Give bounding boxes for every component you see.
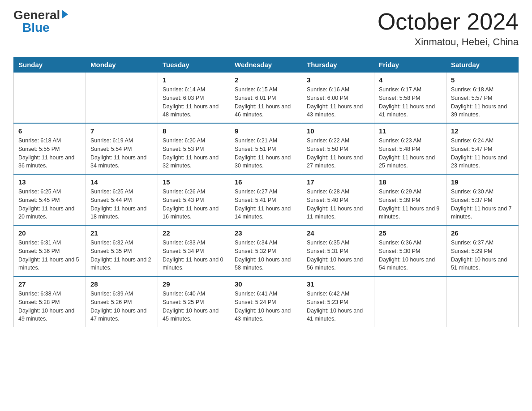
calendar-cell: 31Sunrise: 6:42 AMSunset: 5:23 PMDayligh… bbox=[302, 276, 374, 327]
calendar-cell: 11Sunrise: 6:23 AMSunset: 5:48 PMDayligh… bbox=[374, 123, 446, 174]
day-number: 8 bbox=[163, 127, 225, 135]
day-info: Sunrise: 6:35 AMSunset: 5:31 PMDaylight:… bbox=[307, 239, 369, 272]
day-number: 1 bbox=[163, 76, 225, 84]
day-number: 14 bbox=[90, 178, 153, 186]
day-info: Sunrise: 6:30 AMSunset: 5:37 PMDaylight:… bbox=[451, 188, 514, 221]
calendar-cell: 21Sunrise: 6:32 AMSunset: 5:35 PMDayligh… bbox=[86, 225, 158, 276]
location-title: Xinmatou, Hebei, China bbox=[378, 36, 519, 48]
day-number: 21 bbox=[90, 229, 153, 237]
logo-triangle-icon bbox=[62, 10, 68, 19]
calendar-cell: 19Sunrise: 6:30 AMSunset: 5:37 PMDayligh… bbox=[446, 174, 519, 225]
calendar-cell: 29Sunrise: 6:40 AMSunset: 5:25 PMDayligh… bbox=[158, 276, 230, 327]
day-number: 27 bbox=[18, 280, 81, 288]
day-info: Sunrise: 6:41 AMSunset: 5:24 PMDaylight:… bbox=[235, 290, 297, 323]
day-info: Sunrise: 6:23 AMSunset: 5:48 PMDaylight:… bbox=[379, 137, 442, 170]
day-number: 9 bbox=[235, 127, 297, 135]
day-info: Sunrise: 6:27 AMSunset: 5:41 PMDaylight:… bbox=[235, 188, 297, 221]
calendar-cell: 27Sunrise: 6:38 AMSunset: 5:28 PMDayligh… bbox=[14, 276, 86, 327]
calendar-week-1: 1Sunrise: 6:14 AMSunset: 6:03 PMDaylight… bbox=[14, 73, 519, 124]
day-info: Sunrise: 6:29 AMSunset: 5:39 PMDaylight:… bbox=[379, 188, 442, 221]
day-number: 6 bbox=[18, 127, 81, 135]
calendar-week-4: 20Sunrise: 6:31 AMSunset: 5:36 PMDayligh… bbox=[14, 225, 519, 276]
calendar-cell: 18Sunrise: 6:29 AMSunset: 5:39 PMDayligh… bbox=[374, 174, 446, 225]
day-number: 28 bbox=[90, 280, 153, 288]
day-info: Sunrise: 6:19 AMSunset: 5:54 PMDaylight:… bbox=[90, 137, 153, 170]
day-info: Sunrise: 6:36 AMSunset: 5:30 PMDaylight:… bbox=[379, 239, 442, 272]
day-number: 17 bbox=[307, 178, 369, 186]
day-number: 18 bbox=[379, 178, 442, 186]
calendar-week-3: 13Sunrise: 6:25 AMSunset: 5:45 PMDayligh… bbox=[14, 174, 519, 225]
day-number: 11 bbox=[379, 127, 442, 135]
calendar-cell: 30Sunrise: 6:41 AMSunset: 5:24 PMDayligh… bbox=[230, 276, 302, 327]
calendar-cell: 8Sunrise: 6:20 AMSunset: 5:53 PMDaylight… bbox=[158, 123, 230, 174]
calendar-cell: 6Sunrise: 6:18 AMSunset: 5:55 PMDaylight… bbox=[14, 123, 86, 174]
header-tuesday: Tuesday bbox=[158, 57, 230, 73]
logo-blue-text: Blue bbox=[22, 21, 50, 34]
header-thursday: Thursday bbox=[302, 57, 374, 73]
calendar-cell: 24Sunrise: 6:35 AMSunset: 5:31 PMDayligh… bbox=[302, 225, 374, 276]
day-number: 15 bbox=[163, 178, 225, 186]
day-number: 26 bbox=[451, 229, 514, 237]
calendar-cell: 20Sunrise: 6:31 AMSunset: 5:36 PMDayligh… bbox=[14, 225, 86, 276]
day-number: 29 bbox=[163, 280, 225, 288]
day-info: Sunrise: 6:28 AMSunset: 5:40 PMDaylight:… bbox=[307, 188, 369, 221]
calendar-cell: 25Sunrise: 6:36 AMSunset: 5:30 PMDayligh… bbox=[374, 225, 446, 276]
day-number: 10 bbox=[307, 127, 369, 135]
day-number: 16 bbox=[235, 178, 297, 186]
day-number: 13 bbox=[18, 178, 81, 186]
header-saturday: Saturday bbox=[446, 57, 519, 73]
day-number: 31 bbox=[307, 280, 369, 288]
calendar-cell: 5Sunrise: 6:18 AMSunset: 5:57 PMDaylight… bbox=[446, 73, 519, 124]
day-number: 19 bbox=[451, 178, 514, 186]
day-number: 22 bbox=[163, 229, 225, 237]
logo-general-text: General bbox=[13, 9, 60, 21]
day-info: Sunrise: 6:18 AMSunset: 5:55 PMDaylight:… bbox=[18, 137, 81, 170]
day-info: Sunrise: 6:24 AMSunset: 5:47 PMDaylight:… bbox=[451, 137, 514, 170]
calendar-cell: 14Sunrise: 6:25 AMSunset: 5:44 PMDayligh… bbox=[86, 174, 158, 225]
day-number: 24 bbox=[307, 229, 369, 237]
header-monday: Monday bbox=[86, 57, 158, 73]
calendar-week-2: 6Sunrise: 6:18 AMSunset: 5:55 PMDaylight… bbox=[14, 123, 519, 174]
calendar-cell bbox=[374, 276, 446, 327]
day-info: Sunrise: 6:17 AMSunset: 5:58 PMDaylight:… bbox=[379, 86, 442, 119]
day-number: 20 bbox=[18, 229, 81, 237]
title-block: October 2024 Xinmatou, Hebei, China bbox=[378, 9, 519, 48]
day-number: 25 bbox=[379, 229, 442, 237]
day-info: Sunrise: 6:26 AMSunset: 5:43 PMDaylight:… bbox=[163, 188, 225, 221]
page-header: General Blue October 2024 Xinmatou, Hebe… bbox=[13, 9, 519, 48]
day-number: 5 bbox=[451, 76, 514, 84]
day-number: 7 bbox=[90, 127, 153, 135]
calendar-cell bbox=[14, 73, 86, 124]
calendar-cell: 7Sunrise: 6:19 AMSunset: 5:54 PMDaylight… bbox=[86, 123, 158, 174]
day-info: Sunrise: 6:37 AMSunset: 5:29 PMDaylight:… bbox=[451, 239, 514, 272]
day-info: Sunrise: 6:42 AMSunset: 5:23 PMDaylight:… bbox=[307, 290, 369, 323]
day-number: 2 bbox=[235, 76, 297, 84]
month-title: October 2024 bbox=[378, 9, 519, 34]
calendar-table: SundayMondayTuesdayWednesdayThursdayFrid… bbox=[13, 57, 519, 327]
day-info: Sunrise: 6:39 AMSunset: 5:26 PMDaylight:… bbox=[90, 290, 153, 323]
calendar-cell: 2Sunrise: 6:15 AMSunset: 6:01 PMDaylight… bbox=[230, 73, 302, 124]
day-info: Sunrise: 6:16 AMSunset: 6:00 PMDaylight:… bbox=[307, 86, 369, 119]
day-info: Sunrise: 6:34 AMSunset: 5:32 PMDaylight:… bbox=[235, 239, 297, 272]
day-number: 30 bbox=[235, 280, 297, 288]
calendar-week-5: 27Sunrise: 6:38 AMSunset: 5:28 PMDayligh… bbox=[14, 276, 519, 327]
day-info: Sunrise: 6:38 AMSunset: 5:28 PMDaylight:… bbox=[18, 290, 81, 323]
day-info: Sunrise: 6:20 AMSunset: 5:53 PMDaylight:… bbox=[163, 137, 225, 170]
calendar-header-row: SundayMondayTuesdayWednesdayThursdayFrid… bbox=[14, 57, 519, 73]
logo: General Blue bbox=[13, 9, 68, 34]
calendar-cell: 10Sunrise: 6:22 AMSunset: 5:50 PMDayligh… bbox=[302, 123, 374, 174]
day-info: Sunrise: 6:31 AMSunset: 5:36 PMDaylight:… bbox=[18, 239, 81, 272]
calendar-cell: 23Sunrise: 6:34 AMSunset: 5:32 PMDayligh… bbox=[230, 225, 302, 276]
calendar-cell: 22Sunrise: 6:33 AMSunset: 5:34 PMDayligh… bbox=[158, 225, 230, 276]
day-number: 4 bbox=[379, 76, 442, 84]
day-info: Sunrise: 6:25 AMSunset: 5:44 PMDaylight:… bbox=[90, 188, 153, 221]
calendar-cell: 26Sunrise: 6:37 AMSunset: 5:29 PMDayligh… bbox=[446, 225, 519, 276]
calendar-cell: 15Sunrise: 6:26 AMSunset: 5:43 PMDayligh… bbox=[158, 174, 230, 225]
day-info: Sunrise: 6:14 AMSunset: 6:03 PMDaylight:… bbox=[163, 86, 225, 119]
calendar-cell: 12Sunrise: 6:24 AMSunset: 5:47 PMDayligh… bbox=[446, 123, 519, 174]
calendar-cell: 4Sunrise: 6:17 AMSunset: 5:58 PMDaylight… bbox=[374, 73, 446, 124]
calendar-cell: 28Sunrise: 6:39 AMSunset: 5:26 PMDayligh… bbox=[86, 276, 158, 327]
calendar-cell bbox=[86, 73, 158, 124]
day-info: Sunrise: 6:33 AMSunset: 5:34 PMDaylight:… bbox=[163, 239, 225, 272]
calendar-cell: 1Sunrise: 6:14 AMSunset: 6:03 PMDaylight… bbox=[158, 73, 230, 124]
